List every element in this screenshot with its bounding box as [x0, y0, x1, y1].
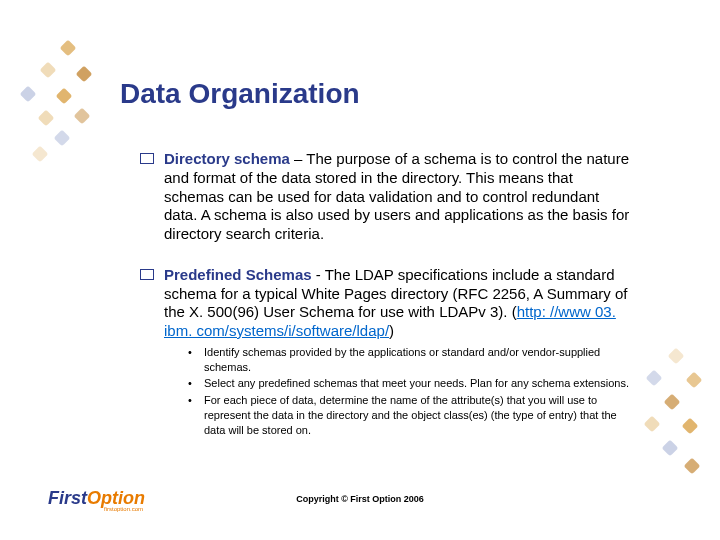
logo-option: Option [87, 488, 145, 508]
bullet-item: Directory schema – The purpose of a sche… [140, 150, 630, 244]
sub-list: • Identify schemas provided by the appli… [188, 345, 630, 438]
logo-first: First [48, 488, 87, 508]
square-bullet-icon [140, 153, 154, 164]
bullet-heading: Predefined Schemas [164, 266, 312, 283]
bullet-body: Directory schema – The purpose of a sche… [164, 150, 630, 244]
sub-bullet-icon: • [188, 393, 198, 408]
bullet-item: Predefined Schemas - The LDAP specificat… [140, 266, 630, 440]
sub-text: Identify schemas provided by the applica… [204, 345, 630, 375]
page-title: Data Organization [120, 78, 360, 110]
copyright-text: Copyright © First Option 2006 [296, 494, 424, 504]
sub-text: Select any predefined schemas that meet … [204, 376, 629, 391]
bullet-sep: - [312, 266, 325, 283]
sub-item: • For each piece of data, determine the … [188, 393, 630, 438]
bullet-text-post: ) [389, 322, 394, 339]
bullet-heading: Directory schema [164, 150, 290, 167]
square-bullet-icon [140, 269, 154, 280]
decoration-dots-top [0, 30, 120, 210]
sub-item: • Identify schemas provided by the appli… [188, 345, 630, 375]
bullet-sep: – [290, 150, 306, 167]
sub-bullet-icon: • [188, 376, 198, 391]
bullet-body: Predefined Schemas - The LDAP specificat… [164, 266, 630, 440]
sub-text: For each piece of data, determine the na… [204, 393, 630, 438]
content-area: Directory schema – The purpose of a sche… [140, 150, 630, 462]
logo: FirstOption firstoption.com [48, 488, 145, 512]
sub-bullet-icon: • [188, 345, 198, 360]
sub-item: • Select any predefined schemas that mee… [188, 376, 630, 391]
